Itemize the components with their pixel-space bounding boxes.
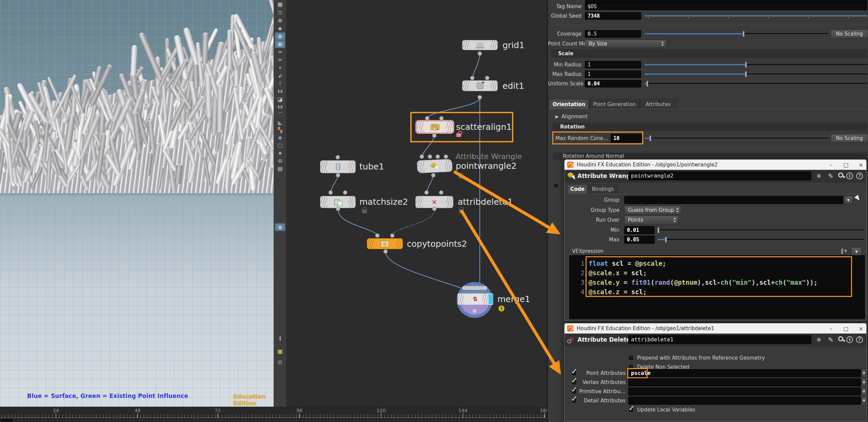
min-radius-slider[interactable]	[645, 64, 867, 65]
node-connector-dot[interactable]	[420, 155, 424, 159]
node-connector-dot[interactable]	[428, 155, 432, 159]
node-connector-dot[interactable]	[432, 207, 437, 211]
visualize-play-icon[interactable]: ∞	[275, 56, 285, 63]
vex-menu-dropdown[interactable]: ▼	[851, 247, 862, 256]
max-random-cone-no-scaling-button[interactable]: No Scaling	[831, 134, 868, 143]
global-seed-field[interactable]: 7348	[585, 12, 641, 20]
attr-row-checkbox-1[interactable]: ✓	[571, 380, 577, 385]
gear-icon[interactable]: ✳	[814, 335, 823, 344]
max-radius-field[interactable]: 1	[585, 71, 641, 78]
brush-icon[interactable]: ✎	[826, 335, 835, 344]
min-field[interactable]: 0.01	[624, 226, 655, 234]
node-connector-dot[interactable]	[383, 249, 388, 254]
min-radius-field[interactable]: 1	[585, 61, 641, 68]
node-connector-dot[interactable]	[375, 234, 380, 238]
search-icon[interactable]	[838, 173, 843, 178]
node-connector-dot[interactable]	[390, 234, 395, 238]
min-radius-slider-handle[interactable]	[745, 62, 747, 68]
max-radius-slider[interactable]	[645, 74, 867, 75]
minimize-button[interactable]: –	[828, 162, 834, 168]
run-over-dropdown[interactable]: Points	[624, 216, 678, 224]
close-button[interactable]: ×	[857, 162, 864, 168]
lock-icon-scatteralign1[interactable]	[456, 133, 461, 137]
group-field[interactable]	[624, 196, 843, 204]
network-editor[interactable]: grid1edit1scatteralign1pointwrangle2Attr…	[287, 0, 547, 407]
point-count-icon[interactable]: 12	[275, 88, 285, 95]
uniform-scale-slider[interactable]	[645, 83, 867, 84]
light-icon[interactable]: ◉	[275, 33, 285, 40]
dropdown-spinner-icon[interactable]	[673, 218, 676, 222]
update-local-variables-checkbox[interactable]: ✓	[628, 407, 634, 413]
lock-icon-pointwrangle2[interactable]	[458, 175, 463, 179]
exclude-icon[interactable]: ⊗	[275, 17, 285, 24]
visualize-icon[interactable]: ∞	[275, 48, 285, 56]
texture-icon[interactable]: ▚	[275, 126, 285, 134]
maximize-button[interactable]: □	[843, 162, 849, 168]
close-button[interactable]: ×	[857, 325, 864, 332]
panel-checkbox-sliver[interactable]	[554, 183, 558, 188]
min-slider[interactable]	[657, 229, 864, 231]
node-connector-dot[interactable]	[436, 155, 440, 159]
tab-code[interactable]: Code	[567, 184, 588, 194]
node-copytopoints2[interactable]	[367, 238, 403, 249]
coverage-slider-handle[interactable]	[743, 31, 745, 37]
node-connector-dot[interactable]	[439, 190, 443, 195]
rotation-section-header[interactable]: Rotation	[553, 123, 867, 131]
global-seed-slider[interactable]	[645, 15, 867, 17]
search-icon[interactable]	[838, 336, 843, 341]
uniform-scale-field[interactable]: 0.04	[585, 80, 641, 87]
node-tube1[interactable]	[320, 160, 356, 173]
curve-icon[interactable]: ⌒	[275, 111, 285, 119]
dropdown-spinner-icon[interactable]	[661, 41, 664, 46]
attr-row-checkbox-3[interactable]: ✓	[571, 398, 577, 403]
node-connector-dot[interactable]	[431, 173, 436, 178]
node-connector-dot[interactable]	[425, 116, 430, 121]
lock-icon[interactable]: ⚿	[275, 9, 285, 17]
node-connector-dot[interactable]	[470, 76, 475, 80]
node-merge1[interactable]: ⇅	[457, 293, 493, 305]
attr-row-dropdown-1[interactable]: ▼	[862, 378, 866, 386]
node-connector-dot[interactable]	[485, 76, 490, 80]
help-icon[interactable]: ?	[856, 336, 863, 343]
snap-grid-icon[interactable]: ▦	[275, 1, 285, 8]
attr-row-field-0[interactable]: pscale	[628, 369, 861, 377]
tab-point-generation[interactable]: Point Generation	[589, 99, 640, 109]
tab-bindings[interactable]: Bindings	[588, 184, 618, 194]
node-connector-dot[interactable]	[329, 190, 333, 195]
uniform-scale-slider-handle[interactable]	[647, 81, 648, 87]
node-grid1[interactable]	[462, 40, 498, 50]
wrangle-window-titlebar[interactable]: Houdini FX Education Edition - /obj/geo1…	[565, 160, 866, 170]
merge1-output-dot[interactable]	[473, 309, 476, 313]
partial-field[interactable]	[585, 0, 867, 3]
maximize-button[interactable]: □	[843, 325, 849, 332]
coverage-field[interactable]: 0.5	[585, 30, 641, 38]
prepend-checkbox[interactable]	[628, 355, 634, 361]
node-connector-dot[interactable]	[336, 173, 340, 178]
attr-row-dropdown-2[interactable]: ▼	[862, 387, 866, 396]
node-edit1[interactable]	[462, 80, 498, 91]
pin-icon[interactable]: ⊺	[275, 80, 285, 87]
alignment-label[interactable]: Alignment	[561, 114, 629, 120]
shading-icon[interactable]: ▣	[275, 40, 285, 48]
node-connector-dot[interactable]	[478, 52, 482, 56]
brush-icon[interactable]: ✎	[826, 172, 835, 180]
wrangle-node-name-field[interactable]: pointwrangle2	[628, 172, 811, 180]
alignment-collapse-triangle-icon[interactable]: ▶	[555, 114, 558, 119]
spotlight-icon[interactable]: ◈	[275, 25, 285, 32]
attr-row-field-3[interactable]	[628, 397, 861, 405]
tab-attributes[interactable]: Attributes	[640, 99, 676, 109]
code-line-2[interactable]: @scale.x = scl;	[589, 269, 647, 277]
max-radius-slider-handle[interactable]	[745, 71, 747, 77]
info-icon[interactable]: i	[846, 336, 853, 343]
rotation-around-normal-header[interactable]: Rotation Around Normal	[553, 153, 867, 160]
node-connector-dot[interactable]	[336, 207, 340, 211]
diamond-icon[interactable]: ◆	[275, 134, 285, 141]
code-line-4[interactable]: @scale.z = scl;	[589, 288, 647, 296]
node-connector-dot[interactable]	[478, 95, 482, 100]
stamp-count-icon[interactable]: 12	[275, 103, 285, 111]
lock-icon-attribdelete1[interactable]	[459, 209, 464, 213]
fan-icon[interactable]: ∗	[275, 149, 285, 157]
max-random-cone-field[interactable]: 10	[611, 134, 642, 143]
group-pick-cursor-icon[interactable]	[854, 195, 862, 202]
max-slider[interactable]	[657, 239, 864, 240]
